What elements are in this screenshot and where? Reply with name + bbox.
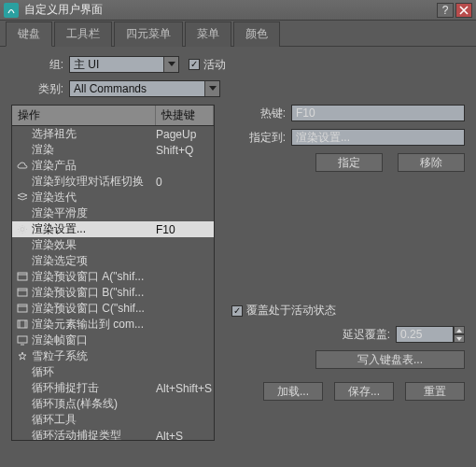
svg-rect-5 [18, 304, 27, 312]
action-list[interactable]: 操作 快捷键 选择祖先PageUp渲染Shift+Q渲染产品渲染到纹理对话框切换… [11, 105, 215, 441]
help-button[interactable]: ? [437, 3, 454, 18]
svg-rect-3 [18, 289, 27, 296]
cloud-icon [16, 161, 29, 172]
window-title: 自定义用户界面 [24, 2, 435, 18]
blank-icon [16, 399, 29, 410]
reset-button[interactable]: 重置 [405, 382, 465, 401]
blank-icon [16, 208, 29, 219]
list-item[interactable]: 渲染到纹理对话框切换0 [12, 174, 214, 190]
blank-icon [16, 367, 29, 378]
list-item[interactable]: 循环捕捉打击Alt+Shift+S [12, 380, 214, 396]
assigned-input[interactable]: 渲染设置... [291, 129, 465, 146]
group-combo[interactable]: 主 UI [69, 56, 179, 73]
list-item[interactable]: 循环顶点(样条线) [12, 396, 214, 412]
list-item[interactable]: 渲染预设窗口 B("shif... [12, 285, 214, 301]
spinner-down[interactable] [454, 334, 465, 343]
delay-spinner[interactable]: 0.25 [396, 326, 454, 343]
override-checkbox-label: 覆盖处于活动状态 [246, 303, 336, 318]
assign-button[interactable]: 指定 [315, 153, 383, 172]
spinner-up[interactable] [454, 326, 465, 334]
tab-4[interactable]: 颜色 [233, 21, 280, 47]
window-icon [16, 288, 29, 299]
list-item[interactable]: 选择祖先PageUp [12, 126, 214, 142]
assigned-label: 指定到: [231, 130, 286, 146]
blank-icon [16, 256, 29, 267]
tab-bar: 键盘工具栏四元菜单菜单颜色 [0, 21, 476, 47]
list-item[interactable]: 渲染选定项 [12, 253, 214, 269]
write-keyboard-button[interactable]: 写入键盘表... [315, 350, 465, 369]
load-button[interactable]: 加载... [263, 382, 323, 401]
blank-icon [16, 240, 29, 251]
list-item[interactable]: 渲染迭代 [12, 190, 214, 205]
blank-icon [16, 145, 29, 156]
svg-rect-10 [18, 336, 27, 343]
list-item[interactable]: 渲染效果 [12, 237, 214, 253]
svg-point-0 [21, 228, 24, 232]
list-item[interactable]: 渲染设置...F10 [12, 221, 214, 237]
tab-0[interactable]: 键盘 [6, 21, 52, 47]
hotkey-label: 热键: [231, 106, 286, 121]
remove-button[interactable]: 移除 [398, 153, 465, 172]
titlebar: 自定义用户界面 ? [0, 0, 476, 21]
list-item[interactable]: 渲染产品 [12, 158, 214, 174]
list-item[interactable]: 渲染预设窗口 A("shif... [12, 269, 214, 285]
blank-icon [16, 129, 29, 140]
list-item[interactable]: 渲染帧窗口 [12, 333, 214, 348]
list-item[interactable]: 渲染Shift+Q [12, 142, 214, 158]
list-item[interactable]: 雪粒子系统 [12, 348, 214, 364]
blank-icon [16, 415, 29, 426]
list-item[interactable]: 渲染预设窗口 C("shif... [12, 301, 214, 317]
film-icon [16, 319, 29, 331]
group-label: 组: [19, 57, 63, 73]
category-combo[interactable]: All Commands [69, 80, 220, 97]
tab-1[interactable]: 工具栏 [54, 21, 112, 47]
list-item[interactable]: 循环 [12, 364, 214, 380]
star-icon [16, 351, 29, 362]
blank-icon [16, 177, 29, 188]
blank-icon [16, 383, 29, 394]
active-checkbox-label: 活动 [203, 57, 226, 73]
blank-icon [16, 431, 29, 442]
tab-3[interactable]: 菜单 [185, 21, 231, 47]
list-item[interactable]: 循环工具 [12, 412, 214, 428]
override-checkbox[interactable]: ✓ [231, 305, 243, 317]
active-checkbox[interactable]: ✓ [189, 59, 200, 70]
list-header: 操作 快捷键 [12, 106, 214, 126]
list-item[interactable]: 循环活动捕捉类型Alt+S [12, 428, 214, 441]
list-item[interactable]: 渲染元素输出到 com... [12, 317, 214, 333]
list-item[interactable]: 渲染平滑度 [12, 205, 214, 221]
svg-rect-1 [18, 273, 27, 280]
layers-icon [16, 192, 29, 204]
save-button[interactable]: 保存... [334, 382, 394, 401]
close-button[interactable] [455, 3, 472, 18]
app-icon [4, 3, 19, 18]
delay-label: 延迟覆盖: [343, 327, 390, 343]
tab-2[interactable]: 四元菜单 [114, 21, 183, 47]
gear-icon [16, 224, 29, 235]
monitor-icon [16, 335, 29, 347]
window-icon [16, 304, 29, 315]
chevron-down-icon [163, 57, 178, 72]
category-label: 类别: [19, 81, 63, 97]
hotkey-input[interactable]: F10 [291, 105, 465, 121]
chevron-down-icon [204, 81, 219, 96]
window-icon [16, 272, 29, 283]
